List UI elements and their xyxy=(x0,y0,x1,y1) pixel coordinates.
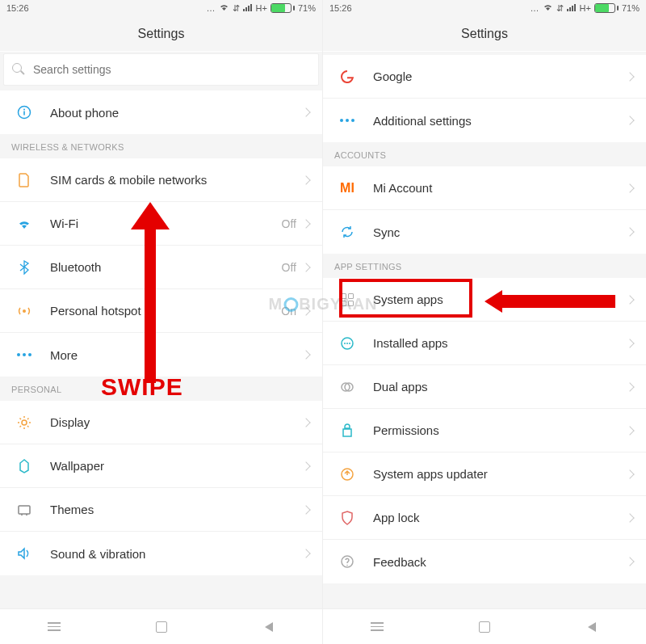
row-wifi[interactable]: Wi-Fi Off xyxy=(0,202,322,246)
row-label: Themes xyxy=(50,503,303,516)
row-google[interactable]: Google xyxy=(323,55,646,99)
svg-point-3 xyxy=(23,309,26,313)
row-hotspot[interactable]: Personal hotspot On xyxy=(0,289,322,333)
row-label: System apps updater xyxy=(373,467,627,481)
section-wireless: WIRELESS & NETWORKS xyxy=(0,134,322,158)
row-permissions[interactable]: Permissions xyxy=(323,409,646,452)
nav-recent[interactable] xyxy=(45,618,63,636)
chevron-right-icon xyxy=(625,72,634,81)
signal-icon xyxy=(567,3,577,13)
row-dual-apps[interactable]: Dual apps xyxy=(323,365,646,409)
nav-recent[interactable] xyxy=(368,618,386,636)
row-label: Bluetooth xyxy=(50,260,282,274)
row-label: Display xyxy=(50,415,303,429)
section-personal: PERSONAL xyxy=(0,377,322,401)
row-label: Sound & vibration xyxy=(50,547,303,561)
row-feedback[interactable]: Feedback xyxy=(323,540,646,583)
status-bar: 15:26 … ⇵ H+ 71% xyxy=(0,0,322,16)
row-label: App lock xyxy=(373,511,627,524)
display-icon xyxy=(13,415,36,430)
row-label: Permissions xyxy=(373,423,627,437)
no-sim-icon: … xyxy=(207,3,216,13)
sim-icon xyxy=(13,173,36,187)
left-screenshot: 15:26 … ⇵ H+ 71% Settings xyxy=(0,0,323,644)
wifi-icon xyxy=(13,218,36,229)
themes-icon xyxy=(13,503,36,516)
svg-line-11 xyxy=(20,426,22,427)
row-installed-apps[interactable]: Installed apps xyxy=(323,322,646,365)
row-sync[interactable]: Sync xyxy=(323,210,646,254)
row-about-phone[interactable]: About phone xyxy=(0,90,322,134)
titlebar: Settings xyxy=(0,16,322,52)
chevron-right-icon xyxy=(625,339,634,347)
row-label: Additional settings xyxy=(373,114,627,128)
row-value: Off xyxy=(282,217,296,230)
row-sound[interactable]: Sound & vibration xyxy=(0,532,322,575)
search-icon xyxy=(12,63,25,76)
apps-grid-icon xyxy=(336,293,359,306)
row-system-apps[interactable]: System apps xyxy=(323,278,646,322)
section-accounts: ACCOUNTS xyxy=(323,142,646,166)
section-app-settings: APP SETTINGS xyxy=(323,254,646,278)
row-label: About phone xyxy=(50,106,303,120)
no-sim-icon: … xyxy=(531,3,539,13)
hotspot-icon xyxy=(13,304,36,318)
android-navbar xyxy=(0,608,322,644)
nav-home[interactable] xyxy=(476,618,493,636)
svg-point-19 xyxy=(349,343,350,344)
row-wallpaper[interactable]: Wallpaper xyxy=(0,444,322,488)
chevron-right-icon xyxy=(625,227,634,236)
svg-point-17 xyxy=(344,343,346,344)
row-bluetooth[interactable]: Bluetooth Off xyxy=(0,246,322,289)
battery-pct: 71% xyxy=(298,3,316,13)
chevron-right-icon xyxy=(301,107,310,116)
row-label: Mi Account xyxy=(373,181,627,195)
row-display[interactable]: Display xyxy=(0,401,322,444)
row-system-apps-updater[interactable]: System apps updater xyxy=(323,452,646,496)
bluetooth-icon xyxy=(13,260,36,275)
svg-rect-2 xyxy=(23,112,25,116)
search-input[interactable] xyxy=(33,63,310,76)
signal-icon xyxy=(243,3,253,13)
chevron-right-icon xyxy=(625,426,634,435)
permissions-icon xyxy=(336,423,359,438)
row-label: Dual apps xyxy=(373,380,627,394)
battery-icon xyxy=(594,3,619,13)
row-label: Sync xyxy=(373,225,627,239)
chevron-right-icon xyxy=(301,549,310,558)
row-label: Wallpaper xyxy=(50,459,303,473)
row-label: Feedback xyxy=(373,555,627,569)
svg-line-12 xyxy=(27,418,29,419)
status-bar: 15:26 … ⇵ H+ 71% xyxy=(323,0,646,16)
dual-apps-icon xyxy=(336,380,359,394)
row-sim[interactable]: SIM cards & mobile networks xyxy=(0,158,322,202)
svg-point-4 xyxy=(22,420,27,425)
google-g-icon xyxy=(336,69,359,84)
chevron-right-icon xyxy=(301,175,310,184)
svg-point-24 xyxy=(346,565,348,566)
chevron-right-icon xyxy=(625,183,634,192)
row-themes[interactable]: Themes xyxy=(0,488,322,532)
svg-rect-13 xyxy=(19,506,30,514)
chevron-right-icon xyxy=(301,461,310,470)
chevron-right-icon xyxy=(301,418,310,427)
wifi-status-icon xyxy=(219,3,229,13)
nav-back[interactable] xyxy=(583,618,601,636)
row-app-lock[interactable]: App lock xyxy=(323,496,646,540)
data-updown-icon: ⇵ xyxy=(556,3,564,14)
chevron-right-icon xyxy=(301,505,310,514)
search-settings[interactable] xyxy=(3,53,319,86)
right-screenshot: 15:26 … ⇵ H+ 71% Settings xyxy=(323,0,646,644)
svg-line-10 xyxy=(27,426,29,427)
lock-shield-icon xyxy=(336,511,359,525)
row-more[interactable]: More xyxy=(0,333,322,377)
svg-point-1 xyxy=(23,109,25,111)
row-mi-account[interactable]: MI Mi Account xyxy=(323,166,646,210)
data-updown-icon: ⇵ xyxy=(233,3,240,14)
nav-back[interactable] xyxy=(260,618,278,636)
sync-icon xyxy=(336,225,359,239)
row-additional[interactable]: Additional settings xyxy=(323,99,646,142)
chevron-right-icon xyxy=(625,557,634,566)
wifi-status-icon xyxy=(543,3,553,13)
nav-home[interactable] xyxy=(153,618,170,636)
